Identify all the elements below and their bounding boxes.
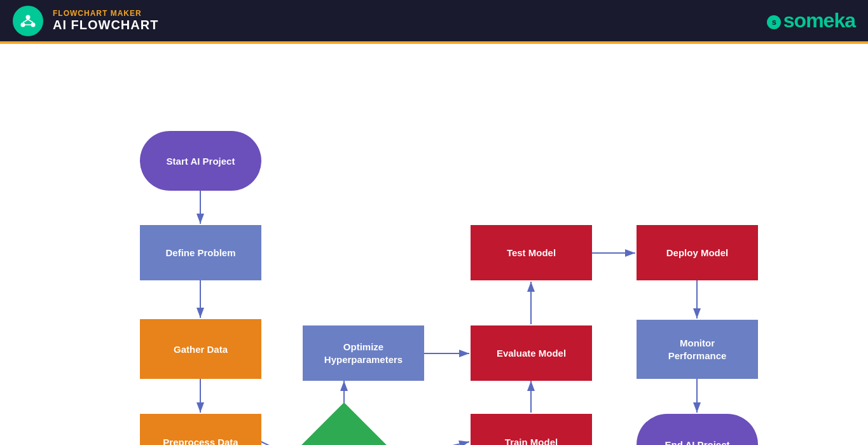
node-test-model: Test Model [471, 225, 592, 280]
node-define-problem: Define Problem [140, 225, 261, 280]
svg-line-11 [385, 442, 469, 445]
node-train-model: Train Model [471, 414, 592, 445]
flowchart-area: Start AI Project Define Problem Gather D… [0, 44, 868, 445]
node-end-ai-project: End AI Project [637, 414, 758, 445]
svg-point-0 [26, 15, 31, 19]
header: FLOWCHART MAKER AI FLOWCHART ssomeka [0, 0, 868, 41]
node-evaluate-model: Evaluate Model [471, 325, 592, 381]
svg-line-3 [23, 19, 28, 22]
brand-text: someka [783, 9, 855, 32]
node-select-model: SelectModel [286, 402, 403, 445]
svg-line-10 [261, 442, 301, 445]
brand-logo: ssomeka [767, 9, 855, 32]
node-deploy-model: Deploy Model [637, 225, 758, 280]
node-preprocess-data: Preprocess Data [140, 414, 261, 445]
app-subtitle: FLOWCHART MAKER [53, 9, 158, 18]
svg-line-4 [28, 19, 33, 22]
header-left: FLOWCHART MAKER AI FLOWCHART [13, 6, 158, 36]
app-title: AI FLOWCHART [53, 18, 158, 32]
header-titles: FLOWCHART MAKER AI FLOWCHART [53, 9, 158, 32]
node-monitor-performance: MonitorPerformance [637, 320, 758, 379]
logo-icon [13, 6, 43, 36]
node-optimize-hyperparameters: OptimizeHyperparameters [303, 325, 424, 381]
node-start-ai-project: Start AI Project [140, 131, 261, 191]
node-gather-data: Gather Data [140, 319, 261, 379]
